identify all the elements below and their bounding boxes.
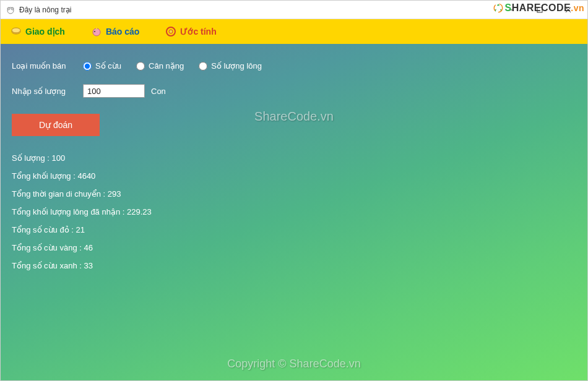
result-line: Tổng khối lượng lông đã nhận : 229.23 <box>12 207 576 216</box>
menu-uoc-tinh[interactable]: Ước tính <box>162 24 220 40</box>
svg-point-9 <box>12 28 20 33</box>
svg-rect-12 <box>96 28 97 30</box>
menu-bao-cao[interactable]: Báo cáo <box>87 24 143 40</box>
maximize-button[interactable] <box>525 1 554 19</box>
result-line: Số lượng : 100 <box>12 153 576 163</box>
target-icon <box>165 26 176 37</box>
result-line: Tổng số cừu đỏ : 21 <box>12 225 576 234</box>
unit-label: Con <box>151 87 166 96</box>
svg-point-0 <box>7 7 14 14</box>
radio-label: Cân nặng <box>149 61 184 71</box>
app-window: Đây là nông trại SHARECODE.vn Giao dịch <box>0 0 588 381</box>
predict-button[interactable]: Dự đoán <box>12 114 100 136</box>
svg-point-11 <box>94 31 95 32</box>
row-sell-type: Loại muốn bán Số cừu Cân nặng Số lượng l… <box>12 61 576 71</box>
radio-input-so-luong-long[interactable] <box>199 62 207 71</box>
menu-label: Giao dịch <box>25 27 65 36</box>
watermark-bottom: Copyright © ShareCode.vn <box>227 357 360 370</box>
menu-label: Ước tính <box>180 27 216 36</box>
radio-input-so-cuu[interactable] <box>83 62 92 71</box>
window-title: Đây là nông trại <box>19 6 71 14</box>
menubar: Giao dịch Báo cáo Ước tính <box>1 19 587 44</box>
window-controls <box>497 1 582 19</box>
radio-label: Số lượng lông <box>211 61 262 71</box>
result-line: Tổng khối lượng : 4640 <box>12 171 576 181</box>
svg-rect-4 <box>537 7 542 12</box>
radio-group-sell-type: Số cừu Cân nặng Số lượng lông <box>83 61 262 71</box>
watermark-center: ShareCode.vn <box>254 109 334 124</box>
content-area: Loại muốn bán Số cừu Cân nặng Số lượng l… <box>1 44 587 380</box>
result-line: Tổng số cừu xanh : 33 <box>12 261 576 270</box>
titlebar-left: Đây là nông trại <box>6 5 71 15</box>
sheep-icon <box>6 5 15 15</box>
quantity-input[interactable] <box>83 84 145 98</box>
close-button[interactable] <box>554 1 582 19</box>
row-quantity: Nhập số lượng Con <box>12 84 576 98</box>
svg-point-14 <box>169 30 173 33</box>
radio-so-cuu[interactable]: Số cừu <box>83 61 121 71</box>
radio-label: Số cừu <box>95 61 121 71</box>
radio-so-luong-long[interactable]: Số lượng lông <box>199 61 262 71</box>
piggy-icon <box>91 26 102 37</box>
titlebar: Đây là nông trại SHARECODE.vn <box>1 1 587 19</box>
result-line: Tổng thời gian di chuyển : 293 <box>12 189 576 199</box>
menu-label: Báo cáo <box>106 27 139 36</box>
minimize-button[interactable] <box>497 1 525 19</box>
coins-icon <box>11 26 22 37</box>
results-panel: Số lượng : 100 Tổng khối lượng : 4640 Tổ… <box>12 153 576 270</box>
radio-input-can-nang[interactable] <box>136 62 145 71</box>
label-sell-type: Loại muốn bán <box>12 61 83 71</box>
radio-can-nang[interactable]: Cân nặng <box>136 61 184 71</box>
result-line: Tổng số cừu vàng : 46 <box>12 243 576 252</box>
menu-giao-dich[interactable]: Giao dịch <box>7 24 69 40</box>
label-quantity: Nhập số lượng <box>12 87 83 96</box>
